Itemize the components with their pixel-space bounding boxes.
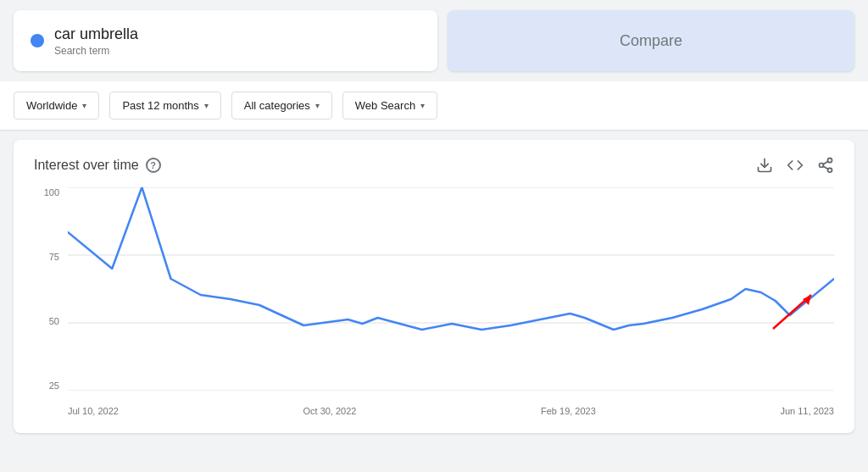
embed-icon[interactable] <box>787 157 804 174</box>
search-term-label: Search term <box>54 45 138 57</box>
chart-header: Interest over time ? <box>34 157 834 174</box>
y-label-25: 25 <box>49 380 59 391</box>
chart-title: Interest over time <box>34 158 139 173</box>
compare-card[interactable]: Compare <box>448 10 854 71</box>
download-icon[interactable] <box>756 157 773 174</box>
arrow-annotation <box>765 286 824 340</box>
search-term-text: car umbrella Search term <box>54 25 138 57</box>
svg-line-4 <box>823 166 828 169</box>
region-filter-label: Worldwide <box>26 99 77 112</box>
search-term-title: car umbrella <box>54 25 138 43</box>
y-label-50: 50 <box>49 316 59 326</box>
trend-polyline <box>68 187 834 330</box>
help-icon[interactable]: ? <box>146 158 161 173</box>
chart-section: Interest over time ? <box>14 140 854 433</box>
time-chevron-icon: ▾ <box>204 101 209 110</box>
svg-line-5 <box>823 161 828 164</box>
search-type-filter[interactable]: Web Search ▾ <box>342 92 437 119</box>
time-filter[interactable]: Past 12 months ▾ <box>109 92 220 119</box>
chart-actions <box>756 157 834 174</box>
chart-title-row: Interest over time ? <box>34 158 161 173</box>
region-chevron-icon: ▾ <box>82 101 86 110</box>
trend-svg <box>68 187 834 391</box>
chart-area: 100 75 50 25 <box>34 187 834 416</box>
category-chevron-icon: ▾ <box>315 101 320 110</box>
x-axis-labels: Jul 10, 2022 Oct 30, 2022 Feb 19, 2023 J… <box>68 406 834 416</box>
compare-label: Compare <box>620 32 682 50</box>
search-type-chevron-icon: ▾ <box>420 101 425 110</box>
search-term-card: car umbrella Search term <box>14 10 437 71</box>
filters-bar: Worldwide ▾ Past 12 months ▾ All categor… <box>0 81 868 130</box>
svg-marker-11 <box>803 295 811 305</box>
search-type-filter-label: Web Search <box>355 99 415 112</box>
top-section: car umbrella Search term Compare <box>0 0 868 81</box>
trend-line-svg-container <box>68 187 834 391</box>
x-label-feb: Feb 19, 2023 <box>541 406 596 416</box>
category-filter[interactable]: All categories ▾ <box>231 92 332 119</box>
time-filter-label: Past 12 months <box>122 99 198 112</box>
x-label-jun: Jun 11, 2023 <box>780 406 834 416</box>
category-filter-label: All categories <box>244 99 310 112</box>
x-label-jul: Jul 10, 2022 <box>68 406 119 416</box>
region-filter[interactable]: Worldwide ▾ <box>14 92 99 119</box>
share-icon[interactable] <box>817 157 834 174</box>
search-term-dot <box>31 34 44 47</box>
y-label-100: 100 <box>44 187 59 197</box>
arrow-svg <box>765 286 824 337</box>
x-label-oct: Oct 30, 2022 <box>303 406 356 416</box>
y-label-75: 75 <box>49 252 59 262</box>
